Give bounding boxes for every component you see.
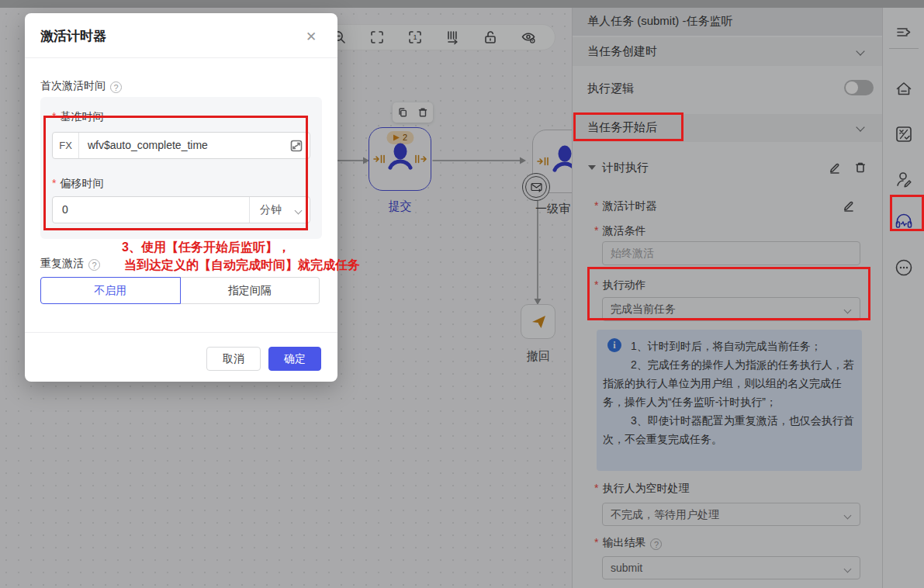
dialog-header-divider xyxy=(25,57,337,58)
repeat-interval-option[interactable]: 指定间隔 xyxy=(181,277,320,304)
help-icon[interactable]: ? xyxy=(88,259,100,271)
repeat-mode-segmented: 不启用 指定间隔 xyxy=(40,277,320,304)
cancel-button[interactable]: 取消 xyxy=(206,347,261,371)
annotation-note-line1: 3、使用【任务开始后监听】， xyxy=(122,240,290,256)
dialog-footer-divider xyxy=(25,332,337,333)
confirm-button[interactable]: 确定 xyxy=(268,347,321,371)
help-icon[interactable]: ? xyxy=(110,81,122,93)
annotation-note-line2: 当到达定义的【自动完成时间】就完成任务 xyxy=(124,258,360,274)
dialog-title: 激活计时器 xyxy=(40,27,106,45)
annotation-box-activation-time xyxy=(43,116,308,230)
repeat-off-option[interactable]: 不启用 xyxy=(40,277,181,304)
annotation-box-listener-icon xyxy=(890,195,924,231)
annotation-box-action xyxy=(587,267,870,320)
annotation-box-after-start xyxy=(573,112,683,141)
first-activation-label: 首次激活时间? xyxy=(40,79,122,93)
close-icon[interactable]: ✕ xyxy=(306,29,317,45)
repeat-activation-label: 重复激活? xyxy=(40,257,100,271)
